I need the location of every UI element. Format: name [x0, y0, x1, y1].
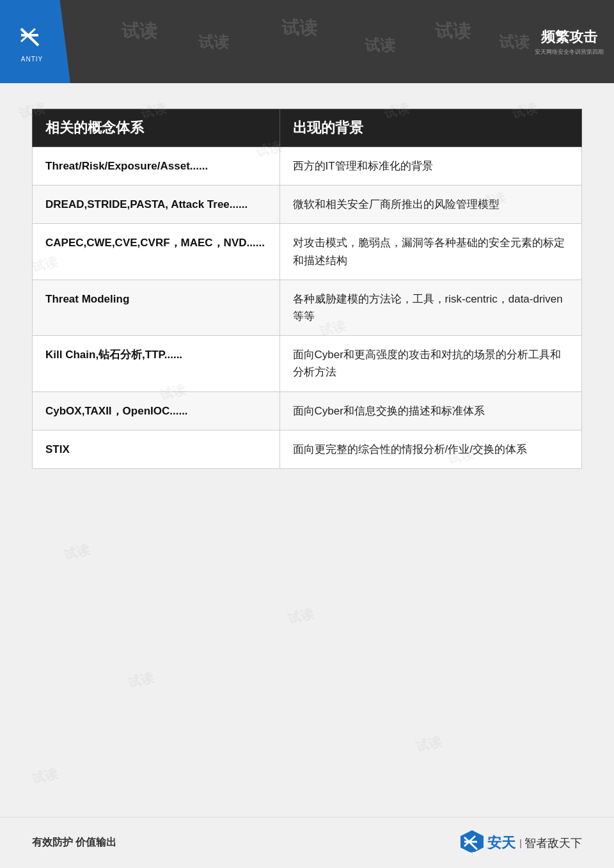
- table-row: Threat/Risk/Exposure/Asset......西方的IT管理和…: [33, 147, 582, 185]
- table-row: DREAD,STRIDE,PASTA, Attack Tree......微软和…: [33, 185, 582, 224]
- table-row: Threat Modeling各种威胁建模的方法论，工具，risk-centri…: [33, 280, 582, 335]
- footer-left-text: 有效防护 价值输出: [32, 836, 116, 849]
- col1-header: 相关的概念体系: [33, 109, 280, 147]
- table-row: Kill Chain,钻石分析,TTP......面向Cyber和更高强度的攻击…: [33, 336, 582, 391]
- watermark-12: 试读: [126, 668, 155, 691]
- brand-name: 频繁攻击: [541, 28, 597, 47]
- table-row: CybOX,TAXII，OpenIOC......面向Cyber和信息交换的描述…: [33, 391, 582, 430]
- header: ANTIY 试读 试读 试读 试读 试读 试读 频繁攻击 安天网络安全冬训营第四…: [0, 0, 614, 83]
- header-watermarks: 试读 试读 试读 试读 试读 试读: [70, 0, 531, 83]
- main-table: 相关的概念体系 出现的背景 Threat/Risk/Exposure/Asset…: [32, 109, 582, 469]
- footer-logo-icon: [459, 829, 485, 855]
- watermark-14: 试读: [30, 764, 59, 787]
- table-cell-col2: 西方的IT管理和标准化的背景: [279, 147, 581, 185]
- footer-logo: ANTIY 安天 | 智者敌天下: [459, 829, 582, 857]
- table-cell-col2: 面向Cyber和更高强度的攻击和对抗的场景的分析工具和分析方法: [279, 336, 581, 391]
- table-cell-col1: STIX: [33, 430, 280, 468]
- table-cell-col1: DREAD,STRIDE,PASTA, Attack Tree......: [33, 185, 280, 224]
- footer-brand-slogan: 智者敌天下: [524, 835, 582, 851]
- table-cell-col1: Threat Modeling: [33, 280, 280, 335]
- watermark-10: 试读: [62, 541, 91, 564]
- table-cell-col2: 对攻击模式，脆弱点，漏洞等各种基础的安全元素的标定和描述结构: [279, 224, 581, 280]
- table-cell-col2: 面向更完整的综合性的情报分析/作业/交换的体系: [279, 430, 581, 468]
- table-row: CAPEC,CWE,CVE,CVRF，MAEC，NVD......对攻击模式，脆…: [33, 224, 582, 280]
- table-cell-col2: 面向Cyber和信息交换的描述和标准体系: [279, 391, 581, 430]
- footer: 有效防护 价值输出 ANTIY 安天 | 智者敌天下: [0, 817, 614, 868]
- table-cell-col1: Threat/Risk/Exposure/Asset......: [33, 147, 280, 185]
- table-cell-col1: CybOX,TAXII，OpenIOC......: [33, 391, 280, 430]
- watermark-13: 试读: [414, 732, 443, 755]
- table-cell-col2: 微软和相关安全厂商所推出的风险管理模型: [279, 185, 581, 224]
- logo-symbol: [16, 21, 48, 53]
- footer-brand-cn: 安天: [487, 833, 516, 853]
- footer-right: ANTIY 安天 | 智者敌天下: [459, 829, 582, 857]
- table-cell-col1: CAPEC,CWE,CVE,CVRF，MAEC，NVD......: [33, 224, 280, 280]
- table-cell-col1: Kill Chain,钻石分析,TTP......: [33, 336, 280, 391]
- col2-header: 出现的背景: [279, 109, 581, 147]
- main-content: 相关的概念体系 出现的背景 Threat/Risk/Exposure/Asset…: [0, 83, 614, 482]
- logo-box: ANTIY: [0, 0, 70, 83]
- table-row: STIX面向更完整的综合性的情报分析/作业/交换的体系: [33, 430, 582, 468]
- brand-sub: 安天网络安全冬训营第四期: [535, 48, 604, 56]
- footer-antiy-label: ANTIY: [466, 851, 479, 856]
- header-brand: 频繁攻击 安天网络安全冬训营第四期: [531, 16, 608, 67]
- logo-text: ANTIY: [21, 56, 43, 63]
- table-cell-col2: 各种威胁建模的方法论，工具，risk-centric，data-driven等等: [279, 280, 581, 335]
- watermark-11: 试读: [286, 604, 315, 627]
